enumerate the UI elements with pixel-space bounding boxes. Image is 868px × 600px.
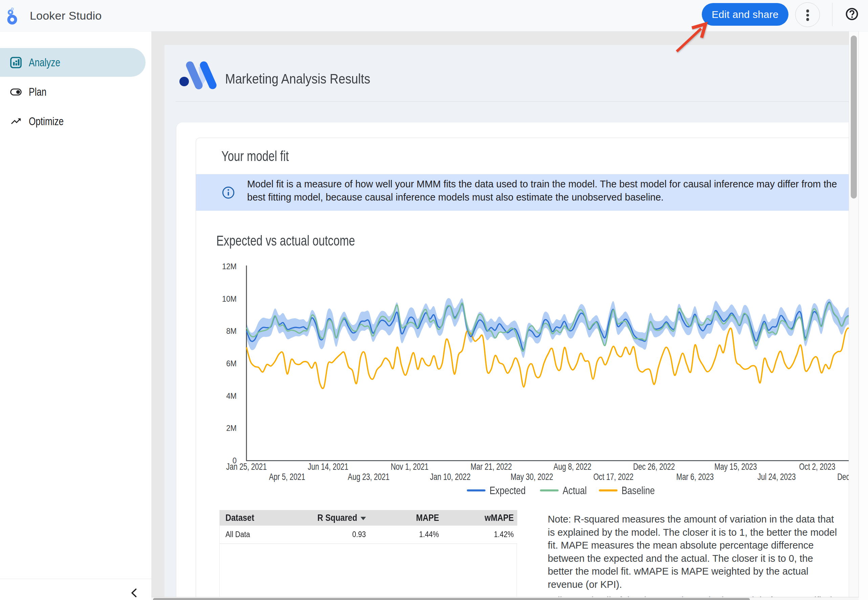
product-name: Looker Studio xyxy=(30,0,102,32)
kebab-menu-icon-part xyxy=(806,9,809,12)
y-tick-label: 12M xyxy=(194,262,237,271)
note-text-part: better the model fit. wMAPE is MAPE weig… xyxy=(548,565,809,578)
model-fit-table-part-part-part: Dataset R Squared MAPE wMAPE xyxy=(220,510,517,526)
note-text-part: fit. MAPE measures the mean absolute per… xyxy=(548,539,813,552)
header-divider xyxy=(832,3,833,26)
looker-studio-logo-icon-part xyxy=(12,8,14,10)
toggle-icon xyxy=(10,86,22,98)
annotation-arrow-part xyxy=(677,29,701,52)
column-header-dataset-part: Dataset xyxy=(225,512,254,523)
x-tick-label: Apr 5, 2021 xyxy=(269,471,306,482)
analytics-icon-part xyxy=(13,62,15,65)
column-header-mape-part: MAPE xyxy=(416,512,439,523)
info-icon xyxy=(222,186,235,199)
table-row: All Data 0.93 1.44% 1.42% xyxy=(220,526,517,544)
more-options-button[interactable] xyxy=(795,2,820,27)
column-header-wmape[interactable]: wMAPE xyxy=(442,510,517,526)
y-tick-label: 8M xyxy=(194,326,237,336)
analytics-icon-part xyxy=(15,63,17,66)
edit-and-share-button[interactable]: Edit and share xyxy=(702,3,789,26)
model-fit-table: Dataset R Squared MAPE wMAPE All Data 0.… xyxy=(219,510,517,597)
toggle-icon-part xyxy=(16,90,20,94)
chevron-left-icon-part xyxy=(132,589,136,597)
x-tick-label: Dec 11, 2023 xyxy=(838,471,849,482)
sidebar-divider xyxy=(0,579,151,579)
analytics-icon-part xyxy=(15,61,17,62)
cell-wmape: 1.42% xyxy=(442,526,517,544)
x-tick-label: Jun 14, 2021 xyxy=(308,461,348,472)
help-icon-part xyxy=(851,16,853,18)
note-text-part: revenue (or KPI). xyxy=(548,578,622,591)
section-heading: Your model fit xyxy=(221,148,289,164)
help-button[interactable] xyxy=(845,8,859,21)
column-header-r-squared[interactable]: R Squared xyxy=(298,510,369,526)
chart-legend: ExpectedActualBaseline xyxy=(246,484,849,497)
x-tick-label: May 30, 2022 xyxy=(511,471,553,482)
legend-swatch xyxy=(540,489,559,491)
title-divider xyxy=(176,102,849,102)
cell-mape: 1.44% xyxy=(369,526,442,544)
kebab-menu-icon-part xyxy=(806,14,809,17)
x-tick-label: Oct 2, 2023 xyxy=(799,461,835,472)
meridian-logo xyxy=(179,61,220,89)
cell-r-squared: 0.93 xyxy=(298,526,369,544)
model-fit-table-part: Dataset R Squared MAPE wMAPE All Data 0.… xyxy=(220,510,517,544)
right-gutter xyxy=(859,32,868,600)
x-tick-label: Oct 17, 2022 xyxy=(593,471,634,482)
cell-mape-part: 1.44% xyxy=(419,530,439,539)
horizontal-scrollbar-thumb[interactable] xyxy=(153,598,750,600)
report-viewport: Marketing Analysis Results Your model fi… xyxy=(151,32,849,600)
y-tick-label: 10M xyxy=(194,294,237,304)
trending-up-icon-part xyxy=(11,118,21,124)
report-canvas: Marketing Analysis Results Your model fi… xyxy=(164,45,849,600)
model-fit-table-part-part: All Data 0.93 1.44% 1.42% xyxy=(220,526,517,544)
legend-item-baseline[interactable]: Baseline xyxy=(599,485,657,497)
meridian-logo-part xyxy=(179,77,189,86)
vertical-scrollbar-thumb[interactable] xyxy=(851,35,857,198)
x-tick-label: Aug 8, 2022 xyxy=(554,461,592,472)
x-tick-label: Dec 26, 2022 xyxy=(633,461,675,472)
x-tick-label: Jul 24, 2023 xyxy=(757,471,795,482)
sidebar-item-plan[interactable]: Plan xyxy=(0,77,146,106)
app-header: Looker Studio Edit and share xyxy=(0,0,868,32)
help-icon-part xyxy=(850,11,854,15)
legend-item-expected[interactable]: Expected xyxy=(467,485,528,497)
looker-studio-logo-icon-part xyxy=(11,10,12,11)
legend-label: Actual xyxy=(562,485,587,497)
note-text-part: between the expected and the actual. The… xyxy=(548,552,813,565)
x-tick-label: Mar 6, 2023 xyxy=(676,471,714,482)
vertical-scrollbar[interactable] xyxy=(849,32,859,600)
sidebar-collapse-button[interactable] xyxy=(129,587,140,598)
info-banner-text: Model fit is a measure of how well your … xyxy=(247,179,837,190)
legend-swatch xyxy=(467,489,485,491)
looker-studio-logo-icon-part xyxy=(9,16,15,23)
y-tick-label: 6M xyxy=(194,359,237,368)
trending-up-icon xyxy=(10,116,22,127)
cell-dataset: All Data xyxy=(220,526,298,544)
note-text: Note: R-squared measures the amount of v… xyxy=(548,513,849,591)
help-icon xyxy=(845,8,859,21)
horizontal-scrollbar[interactable] xyxy=(151,597,859,600)
report-title: Marketing Analysis Results xyxy=(225,65,370,93)
legend-item-actual[interactable]: Actual xyxy=(540,485,587,497)
sidebar-item-optimize[interactable]: Optimize xyxy=(0,107,146,136)
confidence-band xyxy=(246,298,849,358)
column-header-mape[interactable]: MAPE xyxy=(369,510,442,526)
x-tick-label: Aug 23, 2021 xyxy=(348,471,390,482)
analytics-icon xyxy=(10,57,22,68)
column-header-dataset[interactable]: Dataset xyxy=(220,510,298,526)
annotation-arrow xyxy=(664,14,714,61)
x-tick-label: May 15, 2023 xyxy=(714,461,757,472)
cell-dataset-part: All Data xyxy=(225,530,250,539)
y-tick-label: 4M xyxy=(194,391,237,401)
note-text-part: is explained by the model. The closer it… xyxy=(548,526,837,539)
meridian-logo-part xyxy=(204,65,213,85)
x-tick-label: Jan 25, 2021 xyxy=(226,461,267,472)
cell-r-squared-part: 0.93 xyxy=(353,530,366,539)
legend-label: Baseline xyxy=(622,485,655,497)
x-tick-label: Nov 1, 2021 xyxy=(391,461,429,472)
column-header-wmape-part: wMAPE xyxy=(485,512,514,523)
info-banner-text: best fitting model, because causal infer… xyxy=(247,192,664,203)
sidebar-item-analyze[interactable]: Analyze xyxy=(0,48,146,77)
sort-desc-arrow-icon xyxy=(360,517,366,520)
